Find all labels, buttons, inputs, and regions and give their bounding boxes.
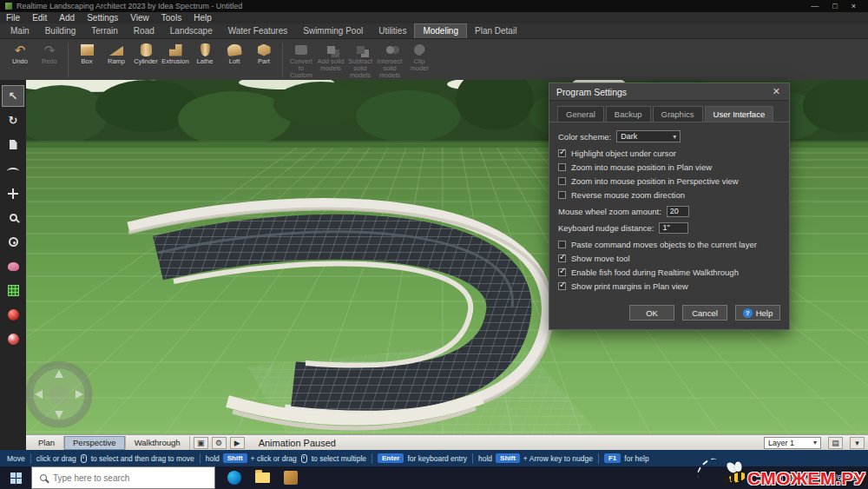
redo-button[interactable]: ↷ Redo: [35, 42, 64, 65]
menu-add[interactable]: Add: [53, 12, 81, 23]
dialog-close-icon[interactable]: ✕: [771, 87, 782, 96]
tab-modeling[interactable]: Modeling: [414, 23, 467, 38]
intersect-solid-models-button[interactable]: Intersect solid models: [375, 42, 404, 79]
cylinder-button[interactable]: Cylinder: [131, 42, 161, 65]
view-tab-plan[interactable]: Plan: [30, 436, 64, 450]
status-hint: to select multiple: [312, 454, 366, 463]
color-scheme-select[interactable]: Dark ▾: [616, 130, 681, 142]
material-tool[interactable]: [3, 305, 23, 325]
tab-water-features[interactable]: Water Features: [220, 24, 296, 38]
convert-to-custom-button[interactable]: Convert to Custom: [286, 42, 316, 79]
undo-button[interactable]: ↶ Undo: [5, 42, 35, 65]
tab-landscape[interactable]: Landscape: [162, 24, 220, 38]
help-button[interactable]: ? Help: [735, 305, 780, 320]
checkbox-label: Zoom into mouse position in Perspective …: [571, 176, 739, 186]
layer-menu-button[interactable]: ▾: [850, 437, 865, 449]
taskbar-search[interactable]: [31, 466, 215, 489]
reverse-zoom-checkbox[interactable]: [558, 191, 566, 199]
curve-tool[interactable]: [3, 159, 23, 179]
part-button[interactable]: Part: [249, 42, 279, 65]
monitor-icon: ▣: [197, 439, 205, 447]
tab-plan-detail[interactable]: Plan Detail: [467, 24, 524, 38]
menu-tools[interactable]: Tools: [155, 12, 187, 23]
checkbox-label: Show print margins in Plan view: [571, 281, 688, 291]
cylinder-icon: [141, 43, 152, 56]
menu-edit[interactable]: Edit: [26, 12, 53, 23]
layer-select[interactable]: Layer 1 ▾: [764, 437, 821, 449]
play-animation-button[interactable]: ▶: [230, 437, 245, 449]
status-hint: + Arrow key to nudge: [523, 454, 593, 463]
view-tab-walkthrough[interactable]: Walkthrough: [126, 436, 190, 450]
tab-main[interactable]: Main: [3, 24, 37, 38]
print-margins-checkbox[interactable]: [558, 282, 566, 290]
ramp-button[interactable]: Ramp: [102, 42, 131, 65]
texture-tool[interactable]: [3, 329, 23, 349]
lathe-button[interactable]: Lathe: [190, 42, 220, 65]
texture-sphere-icon: [8, 334, 19, 345]
dialog-tab-graphics[interactable]: Graphics: [653, 106, 703, 122]
terrain-grid-tool[interactable]: [3, 281, 23, 301]
subtract-solid-icon: [357, 46, 365, 54]
show-move-tool-checkbox[interactable]: [558, 254, 566, 262]
nudge-distance-label: Keyboard nudge distance:: [558, 223, 654, 233]
status-hint: for keyboard entry: [407, 454, 467, 463]
view-settings-button[interactable]: ⚙: [212, 437, 227, 449]
menu-bar: File Edit Add Settings View Tools Help: [0, 12, 868, 23]
ok-button[interactable]: OK: [629, 305, 674, 320]
loft-button[interactable]: Loft: [220, 42, 249, 65]
edge-browser-icon[interactable]: [227, 471, 241, 485]
add-solid-models-button[interactable]: Add solid models: [316, 42, 345, 72]
view-tab-perspective[interactable]: Perspective: [64, 436, 126, 450]
minimize-button[interactable]: —: [811, 0, 819, 12]
rotate-tool[interactable]: ↻: [3, 110, 23, 130]
extrusion-button[interactable]: Extrusion: [161, 42, 190, 65]
redo-icon: ↷: [44, 43, 56, 58]
menu-help[interactable]: Help: [187, 12, 218, 23]
close-button[interactable]: ×: [852, 0, 856, 12]
layers-button[interactable]: ▤: [828, 437, 843, 449]
view-options-button[interactable]: ▣: [194, 437, 208, 449]
clip-model-button[interactable]: Clip model: [404, 42, 434, 72]
zoom-perspective-checkbox[interactable]: [558, 177, 566, 185]
tab-swimming-pool[interactable]: Swimming Pool: [295, 24, 371, 38]
nudge-distance-input[interactable]: [659, 222, 688, 234]
menu-file[interactable]: File: [0, 12, 26, 23]
cancel-button[interactable]: Cancel: [682, 305, 727, 320]
search-input[interactable]: [53, 473, 192, 483]
dialog-tab-general[interactable]: General: [557, 106, 604, 122]
subtract-solid-models-button[interactable]: Subtract solid models: [345, 42, 375, 79]
menu-view[interactable]: View: [124, 12, 155, 23]
pan-tool[interactable]: [3, 183, 23, 203]
loft-icon: [227, 43, 242, 56]
box-button[interactable]: Box: [72, 42, 102, 65]
view-compass[interactable]: [30, 365, 89, 424]
tab-road[interactable]: Road: [126, 24, 162, 38]
zoom-plan-checkbox[interactable]: [558, 163, 566, 171]
application-window: Realtime Landscaping Architect 2023 by I…: [0, 0, 868, 489]
dialog-tab-backup[interactable]: Backup: [606, 106, 651, 122]
status-hint: + click or drag: [251, 454, 297, 463]
maximize-button[interactable]: □: [832, 0, 837, 12]
toolbar-separator: [68, 43, 69, 77]
start-button[interactable]: [0, 466, 31, 489]
tab-building[interactable]: Building: [37, 24, 84, 38]
chevron-down-icon: ▾: [673, 133, 676, 141]
dialog-tab-user-interface[interactable]: User Interface: [705, 106, 774, 122]
fish-food-checkbox[interactable]: [558, 268, 566, 276]
spray-tool[interactable]: [3, 256, 23, 276]
tab-terrain[interactable]: Terrain: [83, 24, 126, 38]
sheet-tool[interactable]: [3, 135, 23, 155]
watermark: СМОЖЕМ.РУ: [719, 461, 865, 489]
menu-settings[interactable]: Settings: [81, 12, 124, 23]
landscaping-app-icon[interactable]: [284, 471, 298, 485]
zoom-amount-input[interactable]: [667, 206, 689, 217]
file-explorer-icon[interactable]: [255, 472, 270, 483]
orbit-tool[interactable]: [3, 232, 23, 252]
zoom-tool[interactable]: [3, 208, 23, 228]
tab-utilities[interactable]: Utilities: [371, 24, 414, 38]
dialog-title-bar[interactable]: Program Settings ✕: [549, 83, 789, 101]
highlight-object-checkbox[interactable]: [558, 149, 566, 157]
paste-layer-checkbox[interactable]: [558, 241, 566, 248]
lathe-icon: [201, 43, 210, 56]
select-tool[interactable]: ↖: [3, 86, 23, 106]
